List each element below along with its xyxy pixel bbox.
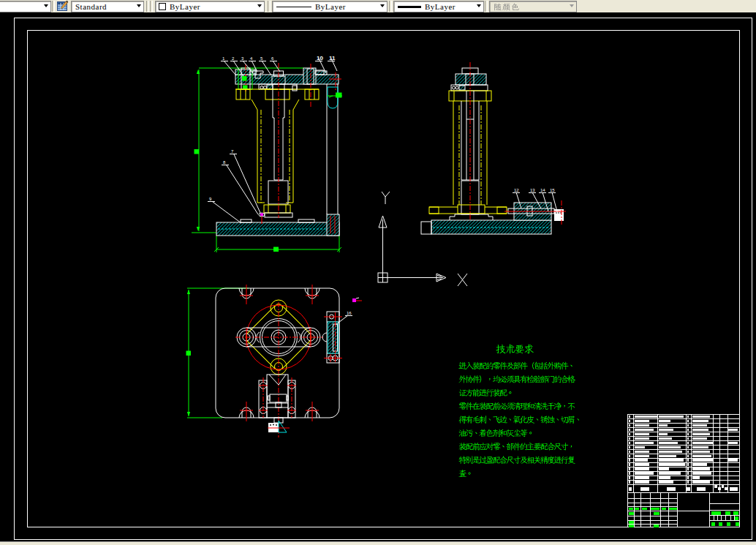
plan-right-rail: 16 — [322, 298, 362, 363]
linetype-combo[interactable]: ByLayer — [272, 1, 388, 12]
side-clamp: 12131415 — [504, 188, 566, 225]
linetype-sample — [276, 7, 311, 7]
drawing-svg: .w{stroke:#fff;fill:none;stroke-width:1;… — [0, 12, 756, 541]
datum-mark — [352, 298, 356, 302]
tech-requirements-body: 进入装配的零件及部件（包括外购件、外协件），均必须具有检验部门的合格证方能进行装… — [458, 362, 579, 477]
tech-requirements-line: 进入装配的零件及部件（包括外购件、 — [458, 362, 572, 370]
table-style-icon — [57, 1, 69, 12]
tech-requirements-line: 证方能进行装配。 — [459, 389, 512, 397]
parts-list-table — [627, 415, 739, 493]
front-leaders-left: 789 — [208, 149, 260, 223]
tech-requirements-line: 油污、着色剂和灰尘等。 — [459, 429, 532, 437]
svg-text:8: 8 — [223, 160, 226, 165]
toolbar-separator — [146, 1, 149, 12]
side-column — [429, 62, 507, 220]
front-column — [235, 63, 319, 224]
svg-text:16: 16 — [347, 311, 352, 315]
ucs-icon: Y X — [378, 192, 467, 286]
color-combo[interactable]: ByLayer — [155, 1, 265, 12]
drawing-canvas[interactable]: .w{stroke:#fff;fill:none;stroke-width:1;… — [0, 12, 756, 541]
svg-text:15: 15 — [550, 188, 555, 192]
toolbar-separator — [150, 1, 153, 12]
color-swatch — [159, 3, 166, 10]
svg-text:5: 5 — [260, 56, 263, 61]
toolbar-separator — [268, 1, 271, 12]
tech-requirements-line: 外协件），均必须具有检验部门的合格 — [459, 375, 575, 383]
tech-requirements-line: 特别是过盈配合尺寸及相关精度进行复 — [458, 456, 575, 464]
svg-text:12: 12 — [514, 188, 519, 192]
front-top-plate — [235, 64, 341, 107]
dim-text-blob — [194, 149, 200, 154]
chevron-down-icon — [570, 4, 574, 7]
tech-requirements-title: 技术要求 — [496, 345, 533, 354]
chevron-down-icon — [380, 4, 385, 7]
front-right-column — [327, 84, 342, 236]
tech-requirements-line: 装配前应对零、部件的主要配合尺寸， — [459, 443, 572, 451]
svg-text:9: 9 — [209, 197, 212, 201]
svg-text:7: 7 — [231, 149, 234, 154]
chevron-down-icon — [137, 4, 141, 7]
svg-text:1: 1 — [222, 56, 225, 61]
properties-toolbar: Standard ByLayer ByLayer ByLayer 随颜色 — [0, 0, 756, 13]
command-area-edge — [0, 541, 756, 545]
svg-text:4: 4 — [250, 56, 253, 61]
svg-text:14: 14 — [540, 188, 545, 192]
tech-requirements-line: 零件在装配前必须清理和清洗干净，不 — [458, 402, 575, 410]
color-combo-value: ByLayer — [170, 2, 200, 11]
tech-requirements-line: 查。 — [459, 470, 471, 477]
plot-style-combo[interactable]: 随颜色 — [489, 1, 577, 12]
front-view: 1234561011 789 — [192, 55, 342, 252]
table-style-button[interactable] — [56, 0, 70, 12]
autocad-window: { "toolbar": { "layer_combo": {"value": … — [0, 0, 756, 545]
chevron-down-icon — [44, 4, 48, 7]
svg-text:3: 3 — [241, 56, 244, 61]
ucs-y-label: Y — [382, 192, 390, 204]
text-style-combo[interactable]: Standard — [71, 1, 144, 12]
lineweight-sample — [398, 6, 421, 8]
plan-bottom-bracket — [259, 375, 296, 432]
chevron-down-icon — [477, 4, 481, 7]
plot-style-value-glyphs: 随颜色 — [493, 2, 525, 12]
linetype-combo-value: ByLayer — [315, 2, 346, 11]
lineweight-combo-value: ByLayer — [425, 2, 456, 11]
svg-text:6: 6 — [271, 56, 274, 61]
side-base-plate — [421, 220, 551, 234]
svg-text:10: 10 — [317, 55, 323, 61]
text-style-value: Standard — [75, 2, 107, 11]
title-block — [627, 492, 739, 527]
side-view: 12131415 — [421, 62, 566, 234]
toolbar-separator — [485, 1, 488, 12]
plan-view: 16 — [186, 285, 363, 437]
chevron-down-icon — [257, 4, 262, 7]
front-base-plate — [216, 219, 339, 236]
ucs-x-label: X — [458, 274, 467, 286]
svg-text:11: 11 — [329, 55, 336, 61]
svg-text:2: 2 — [232, 56, 235, 61]
lineweight-combo[interactable]: ByLayer — [393, 1, 484, 12]
tech-requirements-line: 得有毛刺、飞边、氧化皮、锈蚀、切屑、 — [458, 416, 579, 424]
layer-combo[interactable] — [0, 1, 51, 12]
dim-text-blob — [273, 247, 279, 252]
svg-text:13: 13 — [530, 188, 535, 192]
plan-dimension — [186, 288, 249, 418]
toolbar-separator — [52, 1, 55, 12]
dim-text-blob — [186, 351, 192, 356]
plan-center-assembly — [235, 300, 323, 437]
toolbar-separator — [389, 1, 392, 12]
tech-requirements: 技术要求 进入装配的零件及部件（包括外购件、外协件），均必须具有检验部门的合格证… — [458, 345, 579, 477]
